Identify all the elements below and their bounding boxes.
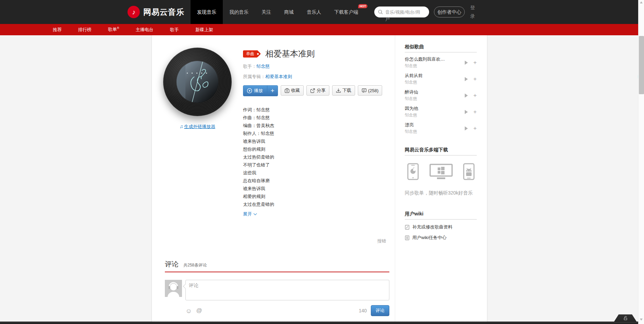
song-info: 单曲 相爱基本准则 歌手：邹念慈 所属专辑：相爱基本准则 播放 xyxy=(243,48,390,217)
subnav-item-new-albums[interactable]: 新碟上架 xyxy=(190,27,218,33)
album-link[interactable]: 相爱基本准则 xyxy=(265,74,292,79)
scrollbar[interactable] xyxy=(638,0,644,324)
submit-comment-button[interactable]: 评论 xyxy=(371,305,389,316)
char-counter: 140 xyxy=(359,308,367,313)
subnav-item-artists[interactable]: 歌手 xyxy=(165,27,184,33)
similar-song-artist[interactable]: 邹念慈 xyxy=(405,112,453,118)
expand-label: 展开 xyxy=(243,211,252,216)
nav-item-musician[interactable]: 音乐人 xyxy=(300,0,328,24)
similar-song-title[interactable]: 因为他 xyxy=(405,105,453,112)
scroll-down-arrow-icon[interactable] xyxy=(640,319,643,321)
download-button[interactable]: 下载 xyxy=(332,85,355,96)
subnav-item-radio[interactable]: 主播电台 xyxy=(131,27,159,33)
subnav-item-playlists[interactable]: 歌单® xyxy=(103,26,124,33)
vinyl-disc xyxy=(163,48,232,116)
user-wiki-section: 用户wiki 补充或修改歌曲资料 用户wiki任务中心 xyxy=(405,211,477,241)
song-title: 相爱基本准则 xyxy=(265,48,315,59)
list-item: 漂亮 邹念慈 + xyxy=(405,122,477,135)
nav-item-download-label: 下载客户端 xyxy=(334,9,358,15)
similar-song-title[interactable]: 从前从前 xyxy=(405,73,453,79)
play-circle-icon xyxy=(247,88,252,94)
content-container: ♫生成外链播放器 单曲 相爱基本准则 歌手：邹念慈 所属专辑：相爱基本准则 xyxy=(151,35,487,324)
add-icon[interactable]: + xyxy=(473,110,477,114)
scrollbar-thumb[interactable] xyxy=(639,36,644,94)
iphone-device-icon[interactable] xyxy=(407,163,419,180)
add-icon[interactable]: + xyxy=(473,126,477,131)
play-icon[interactable] xyxy=(465,110,468,114)
similar-song-artist[interactable]: 邹念慈 xyxy=(405,63,453,69)
emoji-icon[interactable]: ☺ xyxy=(185,308,192,314)
similar-song-title[interactable]: 漂亮 xyxy=(405,122,453,128)
generate-outlink-player-link[interactable]: 生成外链播放器 xyxy=(184,124,215,129)
scroll-up-arrow-icon[interactable] xyxy=(640,1,643,3)
search-icon xyxy=(378,10,383,14)
nav-item-download-client[interactable]: 下载客户端 HOT xyxy=(328,0,365,24)
add-to-playlist-button[interactable]: + xyxy=(267,86,278,96)
lyric-line: 作曲：邹念慈 xyxy=(243,114,390,122)
download-section-title: 网易云音乐多端下载 xyxy=(405,147,477,155)
nav-item-my-music[interactable]: 我的音乐 xyxy=(223,0,255,24)
nav-item-discover[interactable]: 发现音乐 xyxy=(191,0,223,24)
multi-device-download-section: 网易云音乐多端下载 xyxy=(405,147,477,197)
unlock-icon xyxy=(623,316,628,320)
similar-song-artist[interactable]: 邹念慈 xyxy=(405,96,453,102)
lyric-line: 相爱的规则 xyxy=(243,192,390,200)
play-icon[interactable] xyxy=(465,94,468,98)
creator-center-button[interactable]: 创作者中心 xyxy=(434,7,465,17)
comments-header: 评论 共258条评论 xyxy=(165,260,389,272)
favorite-button[interactable]: 收藏 xyxy=(281,85,304,96)
subnav-item-charts[interactable]: 排行榜 xyxy=(73,27,97,33)
edit-document-icon xyxy=(405,225,410,230)
similar-song-title[interactable]: 你怎么蠢到我喜欢… xyxy=(405,56,453,62)
search-input[interactable]: 音乐/视频/电台/用户 xyxy=(374,7,429,17)
share-button[interactable]: 分享 xyxy=(306,85,329,96)
hot-badge: HOT xyxy=(358,4,367,8)
similar-song-title[interactable]: 醉诗仙 xyxy=(405,89,453,95)
subnav-item-recommend[interactable]: 推荐 xyxy=(48,27,67,33)
top-navigation-bar: ♪ 网易云音乐 发现音乐 我的音乐 关注 商城 音乐人 下载客户端 HOT 音乐… xyxy=(0,0,644,24)
similar-song-artist[interactable]: 邹念慈 xyxy=(405,129,453,135)
nav-item-follow[interactable]: 关注 xyxy=(255,0,278,24)
report-error-link[interactable]: 报错 xyxy=(377,238,386,244)
mention-at-icon[interactable]: @ xyxy=(196,307,202,314)
artist-line: 歌手：邹念慈 xyxy=(243,63,390,70)
similar-songs-list: 你怎么蠢到我喜欢… 邹念慈 + 从前从前 邹念慈 + xyxy=(405,56,477,135)
lyric-line: 不明了也错了 xyxy=(243,161,390,169)
player-lock-tab[interactable] xyxy=(614,314,637,322)
expand-lyrics-link[interactable]: 展开 xyxy=(243,211,256,217)
play-button-label: 播放 xyxy=(254,88,263,94)
play-button[interactable]: 播放 xyxy=(243,86,267,96)
registered-mark: ® xyxy=(117,26,119,30)
sidebar: 相似歌曲 你怎么蠢到我喜欢… 邹念慈 + 从前从前 邹念慈 xyxy=(395,35,488,241)
list-item: 从前从前 邹念慈 + xyxy=(405,73,477,85)
pc-device-icon[interactable] xyxy=(429,163,453,180)
play-icon[interactable] xyxy=(465,126,468,130)
add-icon[interactable]: + xyxy=(473,77,477,82)
comment-actions: ☺ @ 140 评论 xyxy=(185,305,389,316)
wiki-task-center-link[interactable]: 用户wiki任务中心 xyxy=(405,235,477,241)
wiki-edit-song-info-link[interactable]: 补充或修改歌曲资料 xyxy=(405,224,477,230)
android-device-icon[interactable] xyxy=(463,163,475,180)
comments-count-text: 共258条评论 xyxy=(183,262,207,268)
nav-item-store[interactable]: 商城 xyxy=(278,0,300,24)
lyric-line: 太过热切是错的 xyxy=(243,153,390,161)
download-caption: 同步歌单，随时畅听320k好音乐 xyxy=(405,189,477,197)
wiki-item-label: 补充或修改歌曲资料 xyxy=(412,224,452,230)
user-wiki-title: 用户wiki xyxy=(405,211,477,220)
comments-button[interactable]: (258) xyxy=(358,85,382,96)
comments-count-label: (258) xyxy=(368,88,378,93)
add-icon[interactable]: + xyxy=(473,60,477,65)
player-bar[interactable] xyxy=(0,322,644,324)
artist-link[interactable]: 邹念慈 xyxy=(256,64,270,69)
netease-logo[interactable]: ♪ 网易云音乐 xyxy=(127,6,184,18)
similar-song-artist[interactable]: 邹念慈 xyxy=(405,79,453,85)
play-icon[interactable] xyxy=(465,77,468,81)
album-label: 所属专辑： xyxy=(243,74,265,79)
play-icon[interactable] xyxy=(465,61,468,65)
comment-textarea[interactable] xyxy=(185,280,389,300)
single-badge-label: 单曲 xyxy=(246,51,254,56)
add-icon[interactable]: + xyxy=(473,93,477,98)
login-link[interactable]: 登录 xyxy=(470,3,476,21)
default-avatar-icon xyxy=(165,280,182,297)
comment-bubble-icon xyxy=(362,88,367,93)
